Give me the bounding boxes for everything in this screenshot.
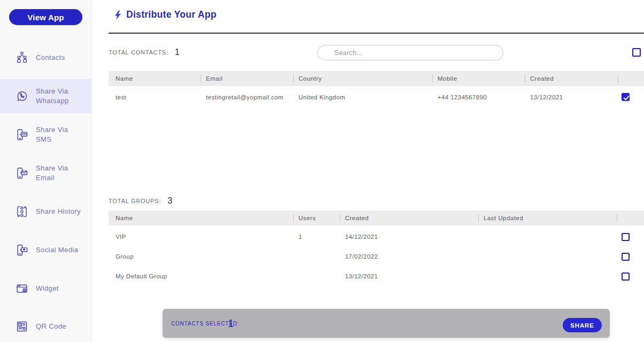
column-header-users: Users: [298, 211, 316, 226]
column-header-mobile: Mobile: [438, 71, 457, 86]
column-header-last-updated: Last Updated: [484, 211, 523, 226]
whatsapp-icon: [14, 89, 29, 104]
sidebar-item-label: Share Via Whatsapp: [36, 87, 81, 105]
sms-icon: SMS: [14, 127, 29, 142]
group-row-checkbox[interactable]: [622, 273, 630, 281]
group-users: 1: [298, 227, 302, 247]
total-groups-label: TOTAL GROUPS:: [109, 198, 161, 204]
group-created: 14/12/2021: [345, 227, 378, 247]
svg-text:SMS: SMS: [22, 133, 27, 136]
total-contacts-label: TOTAL CONTACTS:: [109, 49, 168, 56]
column-header-created: Created: [345, 211, 369, 226]
email-icon: [14, 166, 29, 181]
sidebar-item-label: Share History: [36, 207, 81, 216]
group-row-checkbox[interactable]: [622, 233, 630, 241]
sidebar-item-social-media[interactable]: Social Media: [0, 233, 91, 267]
groups-table-header: Name Users Created Last Updated: [109, 211, 644, 226]
column-header-country: Country: [298, 71, 322, 86]
sidebar-item-share-via-email[interactable]: Share Via Email: [0, 156, 91, 190]
group-row-checkbox[interactable]: [622, 253, 630, 261]
table-row: My Default Group 13/12/2021: [109, 267, 644, 286]
column-header-email: Email: [206, 71, 223, 86]
sidebar-item-share-history[interactable]: Share History: [0, 195, 91, 229]
qr-code-icon: [14, 319, 29, 334]
contacts-icon: [14, 50, 29, 65]
column-header-created: Created: [530, 71, 554, 86]
sidebar-item-label: QR Code: [36, 322, 81, 331]
header-divider: [109, 33, 644, 34]
contacts-table-header: Name Email Country Mobile Created: [109, 71, 644, 86]
sidebar: View App Contacts Share Via Whatsapp SMS: [0, 0, 92, 342]
group-name: Group: [116, 247, 134, 267]
group-name: My Default Group: [116, 267, 167, 286]
table-row: VIP 1 14/12/2021: [109, 227, 644, 247]
history-icon: [14, 204, 29, 219]
column-divider: [618, 74, 618, 83]
page-title: Distribute Your App: [126, 9, 217, 20]
column-divider: [293, 214, 294, 222]
sidebar-item-label: Widget: [36, 284, 81, 293]
contact-mobile: +44 1234567890: [438, 86, 487, 108]
sidebar-item-label: Social Media: [36, 245, 81, 255]
view-app-button[interactable]: View App: [9, 9, 82, 25]
contact-email: testingretail@yopmail.com: [206, 86, 283, 108]
column-divider: [340, 214, 340, 222]
total-contacts-value: 1: [175, 48, 180, 57]
sidebar-item-share-via-whatsapp[interactable]: Share Via Whatsapp: [0, 79, 91, 113]
column-divider: [293, 74, 294, 83]
sidebar-item-share-via-sms[interactable]: SMS Share Via SMS: [0, 118, 91, 152]
contacts-selected-value: 1: [228, 309, 234, 338]
lightning-bolt-icon: [112, 9, 123, 23]
select-all-contacts-checkbox[interactable]: [632, 48, 641, 57]
sidebar-item-label: Share Via SMS: [36, 125, 81, 144]
total-contacts: TOTAL CONTACTS: 1: [109, 48, 180, 57]
share-button[interactable]: SHARE: [563, 318, 602, 332]
sidebar-item-qr-code[interactable]: QR Code: [0, 309, 91, 342]
total-groups: TOTAL GROUPS: 3: [109, 196, 173, 206]
column-divider: [201, 74, 201, 83]
group-name: VIP: [116, 227, 126, 247]
search-input[interactable]: [317, 45, 503, 60]
sidebar-item-label: Share Via Email: [36, 164, 81, 182]
contact-name: test: [116, 86, 126, 108]
column-divider: [617, 214, 617, 222]
column-header-name: Name: [116, 211, 133, 226]
widget-icon: [14, 281, 29, 296]
sidebar-item-contacts[interactable]: Contacts: [0, 41, 91, 75]
total-groups-value: 3: [167, 196, 172, 206]
group-created: 13/12/2021: [345, 267, 378, 286]
selection-footer-bar: CONTACTS SELECTED: 1 SHARE: [163, 309, 610, 338]
contact-row-checkbox[interactable]: [622, 93, 630, 101]
contact-country: United Kingdom: [298, 86, 345, 108]
sidebar-item-widget[interactable]: Widget: [0, 271, 91, 306]
column-divider: [432, 74, 433, 83]
group-created: 17/02/2022: [345, 247, 378, 267]
social-media-icon: [14, 243, 29, 258]
contact-created: 13/12/2021: [530, 86, 563, 108]
table-row: Group 17/02/2022: [109, 247, 644, 267]
sidebar-item-label: Contacts: [36, 53, 81, 63]
column-header-name: Name: [116, 71, 133, 86]
table-row: test testingretail@yopmail.com United Ki…: [109, 86, 644, 108]
column-divider: [478, 214, 479, 222]
column-divider: [525, 74, 525, 83]
